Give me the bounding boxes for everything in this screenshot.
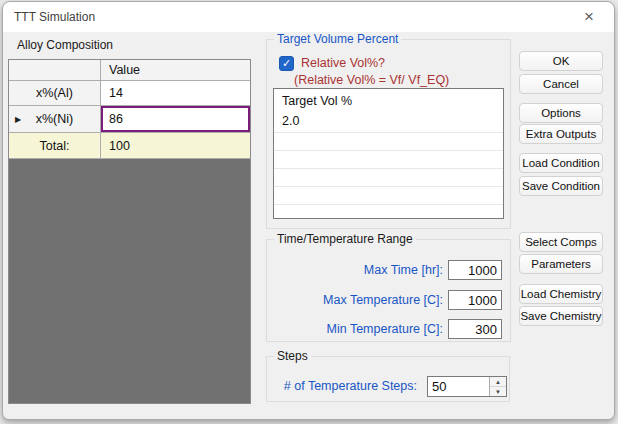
max-time-input[interactable] bbox=[448, 260, 502, 280]
grid-header-row: Value bbox=[9, 60, 250, 81]
row-header-al[interactable]: x%(Al) bbox=[9, 81, 101, 106]
select-comps-button[interactable]: Select Comps bbox=[519, 232, 603, 252]
spinner-up-button[interactable]: ▲ bbox=[490, 377, 506, 387]
min-temperature-input[interactable] bbox=[448, 319, 502, 339]
temperature-steps-label: # of Temperature Steps: bbox=[267, 379, 417, 393]
cancel-button[interactable]: Cancel bbox=[519, 74, 603, 94]
time-temperature-group: Time/Temperature Range Max Time [hr]: Ma… bbox=[266, 239, 511, 342]
options-button[interactable]: Options bbox=[519, 103, 603, 123]
total-row-label: Total: bbox=[9, 133, 101, 159]
target-vol-list-item[interactable]: 2.0 bbox=[274, 110, 503, 133]
steps-group-label: Steps bbox=[274, 349, 311, 363]
extra-outputs-button[interactable]: Extra Outputs bbox=[519, 124, 603, 144]
max-time-row: Max Time [hr]: bbox=[267, 260, 510, 280]
target-volume-group-label: Target Volume Percent bbox=[274, 32, 401, 46]
relative-vol-checkbox[interactable]: ✓ bbox=[279, 56, 294, 71]
grid-empty-area bbox=[9, 159, 250, 403]
load-chemistry-button[interactable]: Load Chemistry bbox=[519, 284, 603, 304]
max-temperature-input[interactable] bbox=[448, 290, 502, 310]
min-temperature-label: Min Temperature [C]: bbox=[267, 319, 443, 339]
target-vol-list-header: Target Vol % bbox=[274, 89, 503, 110]
row-header-ni[interactable]: ▶ x%(Ni) bbox=[9, 106, 101, 133]
max-temperature-row: Max Temperature [C]: bbox=[267, 290, 510, 310]
close-button[interactable]: × bbox=[568, 3, 610, 31]
alloy-composition-grid: Value x%(Al) 14 ▶ x%(Ni) 86 Total: 100 bbox=[8, 59, 251, 404]
steps-group: Steps # of Temperature Steps: ▲ ▼ bbox=[266, 356, 510, 402]
target-vol-empty-row[interactable] bbox=[274, 133, 503, 151]
current-row-icon: ▶ bbox=[15, 115, 21, 124]
grid-corner-cell bbox=[9, 60, 101, 81]
load-condition-button[interactable]: Load Condition bbox=[519, 153, 603, 173]
alloy-composition-label: Alloy Composition bbox=[17, 38, 113, 52]
ok-button[interactable]: OK bbox=[519, 51, 603, 71]
table-row-total: Total: 100 bbox=[9, 133, 250, 159]
save-chemistry-button[interactable]: Save Chemistry bbox=[519, 306, 603, 326]
cell-al-value[interactable]: 14 bbox=[101, 81, 250, 106]
temperature-steps-stepper: ▲ ▼ bbox=[427, 376, 507, 397]
target-vol-empty-row[interactable] bbox=[274, 187, 503, 205]
arrow-up-icon: ▲ bbox=[495, 379, 501, 385]
table-row: ▶ x%(Ni) 86 bbox=[9, 106, 250, 133]
window-title: TTT Simulation bbox=[14, 2, 95, 32]
total-row-value: 100 bbox=[101, 133, 250, 159]
temperature-steps-input[interactable] bbox=[428, 377, 489, 396]
save-condition-button[interactable]: Save Condition bbox=[519, 176, 603, 196]
ttt-simulation-dialog: TTT Simulation × Alloy Composition Value… bbox=[2, 1, 615, 420]
max-temperature-label: Max Temperature [C]: bbox=[267, 290, 443, 310]
target-vol-empty-row[interactable] bbox=[274, 151, 503, 169]
target-vol-list: Target Vol % 2.0 bbox=[273, 88, 504, 219]
stepper-arrows: ▲ ▼ bbox=[489, 377, 506, 396]
title-bar: TTT Simulation × bbox=[3, 2, 614, 32]
value-column-header: Value bbox=[101, 60, 250, 81]
spinner-down-button[interactable]: ▼ bbox=[490, 387, 506, 396]
time-temperature-group-label: Time/Temperature Range bbox=[274, 232, 416, 246]
cell-ni-value-selected[interactable]: 86 bbox=[101, 106, 250, 133]
target-volume-group: Target Volume Percent ✓ Relative Vol%? (… bbox=[266, 39, 511, 229]
min-temperature-row: Min Temperature [C]: bbox=[267, 319, 510, 339]
target-vol-empty-row[interactable] bbox=[274, 169, 503, 187]
max-time-label: Max Time [hr]: bbox=[267, 260, 443, 280]
parameters-button[interactable]: Parameters bbox=[519, 254, 603, 274]
relative-vol-formula-note: (Relative Vol% = Vf/ Vf_EQ) bbox=[294, 73, 449, 87]
close-icon: × bbox=[584, 7, 594, 27]
arrow-down-icon: ▼ bbox=[495, 389, 501, 395]
table-row: x%(Al) 14 bbox=[9, 81, 250, 106]
relative-vol-checkbox-label[interactable]: Relative Vol%? bbox=[301, 56, 385, 70]
row-header-ni-label: x%(Ni) bbox=[36, 112, 74, 126]
target-vol-empty-row[interactable] bbox=[274, 205, 503, 218]
checkbox-check-icon: ✓ bbox=[282, 57, 291, 70]
